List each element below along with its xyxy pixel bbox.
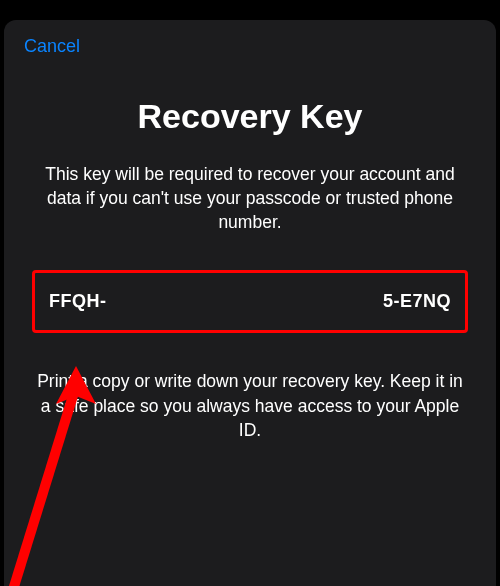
recovery-key-suffix: 5-E7NQ: [383, 291, 451, 312]
page-title: Recovery Key: [24, 97, 476, 136]
recovery-key-container: FFQH- 5-E7NQ: [32, 270, 468, 333]
sheet-header: Cancel: [4, 20, 496, 57]
recovery-key-prefix: FFQH-: [49, 291, 106, 312]
modal-sheet: Cancel Recovery Key This key will be req…: [4, 20, 496, 586]
key-instructions: Print a copy or write down your recovery…: [24, 369, 476, 441]
recovery-key-box[interactable]: FFQH- 5-E7NQ: [32, 270, 468, 333]
key-description: This key will be required to recover you…: [24, 162, 476, 234]
sheet-content: Recovery Key This key will be required t…: [4, 57, 496, 442]
cancel-button[interactable]: Cancel: [24, 36, 80, 57]
